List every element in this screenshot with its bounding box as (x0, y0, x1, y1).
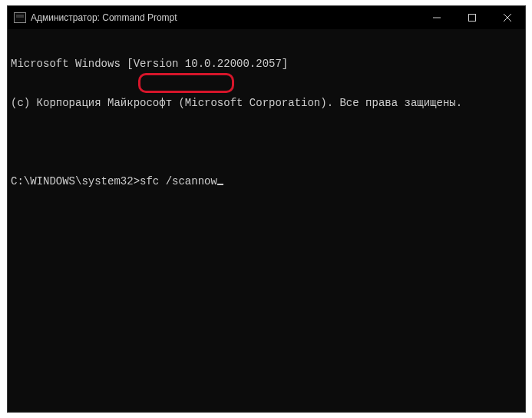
copyright-line: (c) Корпорация Майкрософт (Microsoft Cor… (11, 97, 522, 110)
prompt-line: C:\WINDOWS\system32>sfc /scannow (11, 175, 522, 188)
annotation-highlight (138, 73, 234, 93)
command-prompt-window: Администратор: Command Prompt Microsoft … (7, 5, 526, 413)
svg-rect-1 (469, 15, 476, 22)
blank-line (11, 136, 522, 149)
maximize-button[interactable] (454, 6, 490, 29)
window-title: Администратор: Command Prompt (31, 12, 177, 23)
terminal-output[interactable]: Microsoft Windows [Version 10.0.22000.20… (8, 29, 525, 412)
version-line: Microsoft Windows [Version 10.0.22000.20… (11, 58, 522, 71)
window-controls (419, 6, 525, 29)
close-button[interactable] (490, 6, 525, 29)
command-text: sfc /scannow (140, 175, 217, 187)
prompt-text: C:\WINDOWS\system32> (11, 175, 140, 187)
title-left: Администратор: Command Prompt (8, 12, 419, 23)
cmd-icon (14, 12, 26, 23)
titlebar[interactable]: Администратор: Command Prompt (8, 6, 525, 29)
minimize-button[interactable] (419, 6, 454, 29)
cursor (217, 184, 223, 185)
